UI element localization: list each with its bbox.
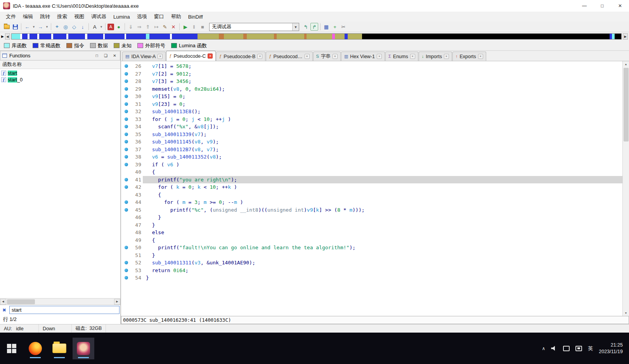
code-line[interactable]: 53 return 0i64; <box>121 267 622 274</box>
functions-hscrollbar[interactable]: ◀ ▶ <box>0 298 120 305</box>
font-select-menu-icon[interactable]: ▾ <box>99 23 103 31</box>
code-line[interactable]: 35 sub_140011339(v7); <box>121 131 622 138</box>
breakpoint-gutter[interactable] <box>121 185 131 189</box>
run-to-cursor-icon[interactable]: ↦ <box>152 23 160 31</box>
tab-close-icon[interactable]: ✕ <box>257 54 262 59</box>
breakpoint-gutter[interactable] <box>121 87 131 91</box>
highlight-color-icon[interactable]: A <box>107 24 114 30</box>
tab-ida-view[interactable]: ▤IDA View-A✕ <box>122 52 166 61</box>
stop-process-icon[interactable]: ■ <box>199 23 206 31</box>
breakpoint-gutter[interactable] <box>121 110 131 113</box>
code-text[interactable]: sub_1400112B7(v8, v7); <box>143 146 622 154</box>
breakpoint-dot[interactable] <box>125 208 128 212</box>
code-line[interactable]: 47 } <box>121 221 622 229</box>
breakpoint-gutter[interactable] <box>121 102 131 106</box>
jump-by-xref-icon[interactable]: ◎ <box>62 23 69 31</box>
code-line[interactable]: 51 } <box>121 252 622 259</box>
breakpoint-dot[interactable] <box>125 95 128 98</box>
tab-pseudocode[interactable]: ƒPseudocode-B✕ <box>216 52 265 61</box>
code-text[interactable]: printf("you are right\n"); <box>143 176 622 184</box>
code-text[interactable]: { <box>143 236 622 244</box>
code-line[interactable]: 28 v7[3] = 3456; <box>121 78 622 85</box>
tab-close-icon[interactable]: ✕ <box>208 53 213 59</box>
menu-item[interactable]: 搜索 <box>54 12 71 22</box>
taskbar-ida-icon[interactable] <box>73 338 94 359</box>
code-line[interactable]: 54} <box>121 274 622 282</box>
code-text[interactable]: v7[3] = 3456; <box>143 78 622 85</box>
breakpoint-gutter[interactable] <box>121 117 131 121</box>
jump-by-name-icon[interactable]: ⌖ <box>53 23 61 31</box>
breakpoint-dot[interactable] <box>125 148 128 151</box>
code-line[interactable]: 26 v7[1] = 5678; <box>121 62 622 70</box>
input-language-indicator[interactable]: 英 <box>588 345 593 352</box>
code-text[interactable]: } <box>143 214 622 221</box>
code-text[interactable]: v7[1] = 5678; <box>143 62 622 70</box>
navband-scroll-right-icon[interactable]: ▶ <box>623 33 628 40</box>
code-line[interactable]: 39 if ( v6 ) <box>121 161 622 169</box>
menu-item[interactable]: 帮助 <box>168 12 185 22</box>
nav-forward-history-icon[interactable]: ▾ <box>45 23 49 31</box>
code-text[interactable]: sub_140011311(v3, &unk_14001AE90); <box>143 259 622 267</box>
taskbar-explorer-icon[interactable] <box>49 338 70 359</box>
tab-enums[interactable]: ΣEnums✕ <box>385 52 418 61</box>
lumina-status-icon[interactable]: ● <box>115 23 123 31</box>
menu-item[interactable]: 编辑 <box>19 12 36 22</box>
code-text[interactable]: v9[15] = 0; <box>143 93 622 100</box>
function-name-column-header[interactable]: 函数名称 <box>0 60 120 69</box>
breakpoint-dot[interactable] <box>125 64 128 68</box>
code-line[interactable]: 32 sub_1400113E8(); <box>121 108 622 116</box>
code-line[interactable]: 29 memset(v8, 0, 0x28ui64); <box>121 85 622 93</box>
panel-maximize-icon[interactable]: □ <box>94 52 100 59</box>
taskbar-clock[interactable]: 21:25 2023/11/19 <box>599 342 623 355</box>
code-line[interactable]: 40 { <box>121 168 622 176</box>
breakpoint-dot[interactable] <box>125 72 128 76</box>
jump-next-icon[interactable]: ↓ <box>79 23 87 31</box>
close-button[interactable]: ✕ <box>611 0 629 12</box>
code-line[interactable]: 48 else <box>121 229 622 236</box>
menu-item[interactable]: 跳转 <box>36 12 54 22</box>
breakpoint-dot[interactable] <box>125 140 128 143</box>
navband-scroll-left-icon[interactable]: ◀ <box>5 33 10 40</box>
menu-item[interactable]: 窗口 <box>151 12 168 22</box>
code-vscrollbar[interactable]: ▲ ▼ <box>622 61 629 316</box>
nav-back-icon[interactable]: ← <box>23 23 31 31</box>
code-text[interactable]: sub_140011339(v7); <box>143 131 622 138</box>
breakpoint-dot[interactable] <box>125 178 128 181</box>
menu-item[interactable]: 调试器 <box>88 12 110 22</box>
function-search-input[interactable] <box>9 306 120 314</box>
step-into-icon[interactable]: ⇓ <box>127 23 135 31</box>
code-text[interactable]: } <box>143 274 622 282</box>
code-line[interactable]: 42 for ( k = 0; k < 10; ++k ) <box>121 183 622 191</box>
code-line[interactable]: 33 for ( j = 0; j < 10; ++j ) <box>121 116 622 123</box>
debugger-select[interactable]: 无调试器 ▾ <box>209 23 299 31</box>
run-until-return-icon[interactable]: ⇑ <box>144 23 152 31</box>
tab-close-icon[interactable]: ✕ <box>158 54 163 59</box>
panel-float-icon[interactable]: ❏ <box>102 52 109 59</box>
breakpoint-gutter[interactable] <box>121 95 131 98</box>
breakpoint-dot[interactable] <box>125 261 128 264</box>
nav-back-history-icon[interactable]: ▾ <box>32 23 36 31</box>
breakpoint-gutter[interactable] <box>121 133 131 136</box>
step-over-icon[interactable]: ⇒ <box>135 23 143 31</box>
tab-pseudocode[interactable]: ƒPseudocode-C✕ <box>166 51 216 61</box>
code-text[interactable]: for ( j = 0; j < 10; ++j ) <box>143 116 622 123</box>
save-icon[interactable] <box>11 23 19 31</box>
taskbar-firefox-icon[interactable] <box>24 338 46 359</box>
tab-imports[interactable]: ↓Imports✕ <box>419 52 452 61</box>
breakpoint-dot[interactable] <box>125 276 128 279</box>
breakpoint-dot[interactable] <box>125 155 128 159</box>
breakpoint-gutter[interactable] <box>121 155 131 159</box>
code-text[interactable]: for ( k = 0; k < 10; ++k ) <box>143 183 622 191</box>
pause-process-icon[interactable]: ‖ <box>190 23 198 31</box>
script-command-icon[interactable]: ✂ <box>340 23 347 31</box>
code-text[interactable]: { <box>143 191 622 199</box>
tab-strings[interactable]: S字串✕ <box>313 52 341 61</box>
breakpoint-gutter[interactable] <box>121 163 131 166</box>
breakpoint-dot[interactable] <box>125 246 128 249</box>
breakpoint-gutter[interactable] <box>121 72 131 76</box>
breakpoint-gutter[interactable] <box>121 79 131 83</box>
breakpoint-dot[interactable] <box>125 79 128 83</box>
hscroll-left-icon[interactable]: ◀ <box>0 299 6 305</box>
breakpoint-dot[interactable] <box>125 185 128 189</box>
code-line[interactable]: 36 sub_140011145(v8, v9); <box>121 138 622 146</box>
